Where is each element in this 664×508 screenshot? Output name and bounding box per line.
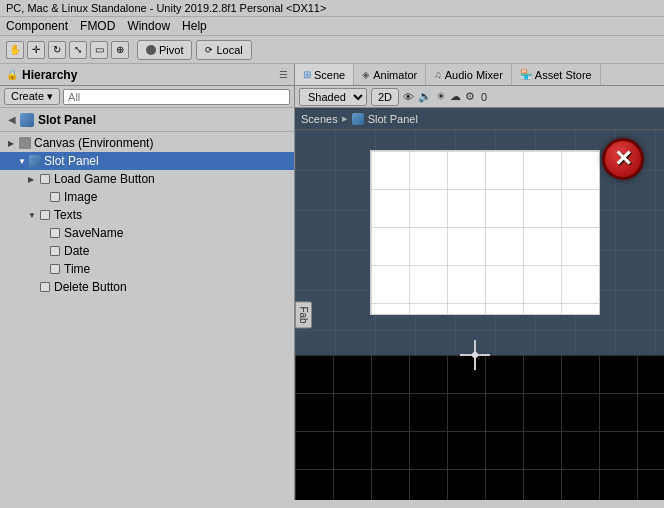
tree-item-image[interactable]: Image bbox=[0, 188, 294, 206]
savename-checkbox[interactable] bbox=[48, 226, 62, 240]
scale-tool[interactable]: ⤡ bbox=[69, 41, 87, 59]
move-tool[interactable]: ✛ bbox=[27, 41, 45, 59]
create-button[interactable]: Create ▾ bbox=[4, 88, 60, 105]
local-icon: ⟳ bbox=[205, 45, 213, 55]
pivot-button[interactable]: Pivot bbox=[137, 40, 192, 60]
date-label: Date bbox=[64, 244, 89, 258]
toolbar: ✋ ✛ ↻ ⤡ ▭ ⊕ Pivot ⟳ Local bbox=[0, 36, 664, 64]
hierarchy-panel: 🔒 Hierarchy ☰ Create ▾ ◀ Slot Panel ▶ bbox=[0, 64, 295, 500]
hierarchy-menu-icon[interactable]: ☰ bbox=[279, 69, 288, 80]
image-checkbox[interactable] bbox=[48, 190, 62, 204]
rect-tool[interactable]: ▭ bbox=[90, 41, 108, 59]
menu-component[interactable]: Component bbox=[6, 19, 68, 33]
red-x-button[interactable]: ✕ bbox=[602, 138, 644, 180]
deletebtn-label: Delete Button bbox=[54, 280, 127, 294]
tab-audiomixer[interactable]: ♫ Audio Mixer bbox=[426, 64, 512, 85]
slotpanel-arrow: ▼ bbox=[18, 157, 28, 166]
slotpanel-label: Slot Panel bbox=[44, 154, 99, 168]
scene-tab-bar: ⊞ Scene ◈ Animator ♫ Audio Mixer 🏪 Asset… bbox=[295, 64, 664, 86]
loadgamebtn-label: Load Game Button bbox=[54, 172, 155, 186]
menu-bar: Component FMOD Window Help bbox=[0, 17, 664, 36]
tab-animator-label: Animator bbox=[373, 69, 417, 81]
savename-label: SaveName bbox=[64, 226, 123, 240]
tree-item-slotpanel[interactable]: ▼ Slot Panel bbox=[0, 152, 294, 170]
shaded-select[interactable]: Shaded bbox=[299, 88, 367, 106]
pivot-icon bbox=[146, 45, 156, 55]
hierarchy-search-input[interactable] bbox=[63, 89, 290, 105]
scene-breadcrumb: Scenes ▸ Slot Panel bbox=[295, 108, 664, 130]
breadcrumb-back-arrow[interactable]: ◀ bbox=[8, 114, 16, 125]
tab-animator[interactable]: ◈ Animator bbox=[354, 64, 426, 85]
crosshair-dot bbox=[472, 352, 478, 358]
scene-black-panel bbox=[295, 355, 664, 500]
layers-count: 0 bbox=[481, 91, 487, 103]
scene-panel: ⊞ Scene ◈ Animator ♫ Audio Mixer 🏪 Asset… bbox=[295, 64, 664, 500]
tab-audiomixer-label: Audio Mixer bbox=[445, 69, 503, 81]
tab-scene[interactable]: ⊞ Scene bbox=[295, 64, 354, 85]
local-label: Local bbox=[216, 44, 242, 56]
image-label: Image bbox=[64, 190, 97, 204]
rotate-tool[interactable]: ↻ bbox=[48, 41, 66, 59]
animator-icon: ◈ bbox=[362, 69, 370, 80]
tree-item-loadgamebtn[interactable]: ▶ Load Game Button bbox=[0, 170, 294, 188]
scene-panel-label: Slot Panel bbox=[368, 113, 418, 125]
slot-panel-icon bbox=[20, 113, 34, 127]
deletebtn-checkbox[interactable] bbox=[38, 280, 52, 294]
tree-item-canvas[interactable]: ▶ Canvas (Environment) bbox=[0, 134, 294, 152]
tree-item-deletebtn[interactable]: Delete Button bbox=[0, 278, 294, 296]
date-checkbox[interactable] bbox=[48, 244, 62, 258]
breadcrumb-separator: ▸ bbox=[342, 112, 348, 125]
eye-icon[interactable]: 👁 bbox=[403, 91, 414, 103]
red-x-icon: ✕ bbox=[614, 148, 632, 170]
canvas-label: Canvas (Environment) bbox=[34, 136, 153, 150]
2d-label: 2D bbox=[378, 91, 392, 103]
scene-viewport[interactable]: Fab ✕ bbox=[295, 130, 664, 500]
main-area: 🔒 Hierarchy ☰ Create ▾ ◀ Slot Panel ▶ bbox=[0, 64, 664, 500]
fab-panel[interactable]: Fab bbox=[295, 301, 312, 328]
tab-scene-label: Scene bbox=[314, 69, 345, 81]
tree-item-savename[interactable]: SaveName bbox=[0, 224, 294, 242]
tab-assetstore[interactable]: 🏪 Asset Store bbox=[512, 64, 601, 85]
scene-toolbar: Shaded 2D 👁 🔊 ☀ ☁ ⚙ 0 bbox=[295, 86, 664, 108]
loadgamebtn-arrow: ▶ bbox=[28, 175, 38, 184]
tree-item-texts[interactable]: ▼ Texts bbox=[0, 206, 294, 224]
texts-checkbox[interactable] bbox=[38, 208, 52, 222]
title-bar: PC, Mac & Linux Standalone - Unity 2019.… bbox=[0, 0, 664, 17]
hand-tool[interactable]: ✋ bbox=[6, 41, 24, 59]
pivot-label: Pivot bbox=[159, 44, 183, 56]
light-icon[interactable]: ☀ bbox=[436, 90, 446, 103]
audio-mixer-icon: ♫ bbox=[434, 69, 442, 80]
tree-item-date[interactable]: Date bbox=[0, 242, 294, 260]
hierarchy-title: Hierarchy bbox=[22, 68, 77, 82]
asset-store-icon: 🏪 bbox=[520, 69, 532, 80]
menu-window[interactable]: Window bbox=[127, 19, 170, 33]
texts-arrow: ▼ bbox=[28, 211, 38, 220]
time-checkbox[interactable] bbox=[48, 262, 62, 276]
move-crosshair[interactable] bbox=[460, 340, 490, 370]
hierarchy-header: 🔒 Hierarchy ☰ bbox=[0, 64, 294, 86]
red-x-circle: ✕ bbox=[602, 138, 644, 180]
canvas-icon bbox=[18, 136, 32, 150]
local-button[interactable]: ⟳ Local bbox=[196, 40, 251, 60]
skybox-icon[interactable]: ☁ bbox=[450, 90, 461, 103]
2d-button[interactable]: 2D bbox=[371, 88, 399, 106]
scene-grid-icon: ⊞ bbox=[303, 69, 311, 80]
texts-label: Texts bbox=[54, 208, 82, 222]
menu-help[interactable]: Help bbox=[182, 19, 207, 33]
tree-item-time[interactable]: Time bbox=[0, 260, 294, 278]
menu-fmod[interactable]: FMOD bbox=[80, 19, 115, 33]
loadgamebtn-checkbox[interactable] bbox=[38, 172, 52, 186]
tab-assetstore-label: Asset Store bbox=[535, 69, 592, 81]
audio-icon[interactable]: 🔊 bbox=[418, 90, 432, 103]
hierarchy-search-bar: Create ▾ bbox=[0, 86, 294, 108]
combined-tool[interactable]: ⊕ bbox=[111, 41, 129, 59]
canvas-arrow: ▶ bbox=[8, 139, 18, 148]
scene-white-panel bbox=[370, 150, 600, 315]
slotpanel-icon bbox=[28, 154, 42, 168]
title-text: PC, Mac & Linux Standalone - Unity 2019.… bbox=[6, 2, 326, 14]
gizmo-icon[interactable]: ⚙ bbox=[465, 90, 475, 103]
hierarchy-lock-icon[interactable]: 🔒 bbox=[6, 69, 18, 80]
hierarchy-breadcrumb-bar: ◀ Slot Panel bbox=[0, 108, 294, 132]
transform-icons: ✋ ✛ ↻ ⤡ ▭ ⊕ bbox=[6, 41, 129, 59]
time-label: Time bbox=[64, 262, 90, 276]
